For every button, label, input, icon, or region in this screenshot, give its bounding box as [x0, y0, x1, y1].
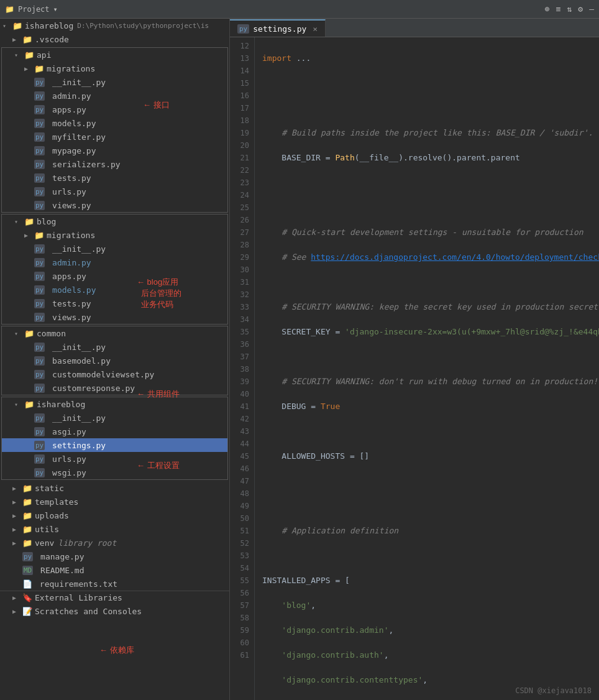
- requirements-label: requirements.txt: [40, 579, 117, 589]
- sidebar-item-utils[interactable]: ▶ 📁 utils: [0, 522, 229, 536]
- code-line-24: [262, 351, 592, 363]
- blog-views-icon: py: [34, 313, 45, 322]
- settings-icon[interactable]: ⚙: [578, 4, 583, 14]
- sidebar-item-api-models[interactable]: py models.py: [2, 116, 227, 130]
- tab-settings-py[interactable]: py settings.py ×: [230, 19, 326, 37]
- sidebar-item-api[interactable]: ▾ 📁 api: [2, 48, 227, 62]
- sort-icon[interactable]: ⇅: [567, 4, 572, 14]
- blog-admin-label: admin.py: [52, 258, 91, 267]
- sidebar-item-api-tests[interactable]: py tests.py: [2, 171, 227, 185]
- sidebar-item-scratches[interactable]: ▶ 📝 Scratches and Consoles: [0, 604, 229, 618]
- code-line-18: [262, 201, 592, 214]
- sidebar-item-readme[interactable]: MD README.md: [0, 563, 229, 577]
- tab-close-icon[interactable]: ×: [313, 24, 318, 34]
- sidebar-item-ishareblog-init[interactable]: py __init__.py: [2, 411, 227, 425]
- collapse-icon[interactable]: —: [589, 4, 594, 14]
- sidebar-item-ishareblog-urls[interactable]: py urls.py: [2, 452, 227, 466]
- sidebar-item-api-views[interactable]: py views.py: [2, 198, 227, 212]
- code-line-33: INSTALLED_APPS = [: [262, 574, 592, 587]
- project-root-item[interactable]: ▾ 📁 ishareblog D:\Python\study\pythonpro…: [0, 19, 229, 32]
- sidebar-item-uploads[interactable]: ▶ 📁 uploads: [0, 509, 229, 522]
- sidebar-item-api-serializers[interactable]: py serializers.py: [2, 157, 227, 171]
- api-apps-label: apps.py: [52, 105, 86, 114]
- sidebar-item-common-init[interactable]: py __init__.py: [2, 340, 227, 354]
- api-serializers-icon: py: [34, 160, 45, 169]
- static-folder-icon: 📁: [22, 484, 32, 493]
- code-line-31: # Application definition: [262, 525, 592, 537]
- sidebar-item-api-admin[interactable]: py admin.py: [2, 89, 227, 103]
- sidebar-item-api-myfilter[interactable]: py myfilter.py: [2, 130, 227, 144]
- main-area: ▾ 📁 ishareblog D:\Python\study\pythonpro…: [0, 19, 599, 700]
- api-arrow: ▾: [14, 52, 24, 58]
- external-label: External Libraries: [35, 593, 122, 602]
- venv-arrow: ▶: [12, 540, 22, 546]
- sidebar-item-blog-views[interactable]: py views.py: [2, 310, 227, 324]
- sidebar-item-external-libraries[interactable]: ▶ 🔖 External Libraries: [0, 591, 229, 604]
- sidebar-item-ishareblog[interactable]: ▾ 📁 ishareblog: [2, 397, 227, 411]
- api-myfilter-icon: py: [34, 132, 45, 142]
- templates-folder-icon: 📁: [22, 497, 32, 507]
- sidebar-item-vscode[interactable]: ▶ 📁 .vscode: [0, 32, 229, 46]
- external-icon: 🔖: [22, 593, 32, 602]
- sidebar-item-ishareblog-settings[interactable]: py settings.py: [2, 438, 227, 452]
- sidebar-item-blog-models[interactable]: py models.py: [2, 283, 227, 297]
- sidebar-item-requirements[interactable]: 📄 requirements.txt: [0, 577, 229, 591]
- sidebar-item-blog-init[interactable]: py __init__.py: [2, 242, 227, 256]
- api-tests-icon: py: [34, 173, 45, 183]
- sidebar-item-blog[interactable]: ▾ 📁 blog: [2, 214, 227, 228]
- sidebar-item-api-init[interactable]: py __init__.py: [2, 75, 227, 89]
- ishareblog-settings-label: settings.py: [52, 441, 106, 450]
- sidebar-item-api-migrations[interactable]: ▶ 📁 migrations: [2, 62, 227, 75]
- root-path: D:\Python\study\pythonproject\is: [77, 22, 209, 30]
- sidebar-item-common-basemodel[interactable]: py basemodel.py: [2, 354, 227, 367]
- api-models-label: models.py: [52, 119, 96, 128]
- blog-arrow: ▾: [14, 218, 24, 225]
- code-line-28: ALLOWED_HOSTS = []: [262, 450, 592, 463]
- ishareblog-asgi-icon: py: [34, 427, 45, 436]
- sidebar-item-blog-apps[interactable]: py apps.py: [2, 269, 227, 283]
- sidebar-item-venv[interactable]: ▶ 📁 venv library root: [0, 536, 229, 550]
- requirements-icon: 📄: [22, 579, 32, 589]
- sidebar-item-blog-migrations[interactable]: ▶ 📁 migrations: [2, 228, 227, 242]
- venv-sublabel: library root: [58, 538, 116, 548]
- tab-settings-py-label: settings.py: [253, 24, 306, 34]
- code-lines: import ... # Build paths inside the proj…: [255, 37, 599, 700]
- sidebar: ▾ 📁 ishareblog D:\Python\study\pythonpro…: [0, 19, 230, 700]
- scratches-icon: 📝: [22, 607, 32, 616]
- sidebar-item-common[interactable]: ▾ 📁 common: [2, 326, 227, 340]
- templates-arrow: ▶: [12, 499, 22, 505]
- blog-group-box: ▾ 📁 blog ▶ 📁 migrations py __init__.py: [1, 214, 228, 325]
- sidebar-item-blog-tests[interactable]: py tests.py: [2, 297, 227, 310]
- tab-settings-py-icon: py: [237, 24, 249, 34]
- code-line-13: [262, 77, 592, 90]
- static-arrow: ▶: [12, 485, 22, 492]
- code-line-23: SECRET_KEY = 'django-insecure-2xx=w3(u(+…: [262, 326, 592, 338]
- api-admin-icon: py: [34, 91, 45, 101]
- sidebar-item-templates[interactable]: ▶ 📁 templates: [0, 495, 229, 509]
- code-line-37: 'django.contrib.contenttypes',: [262, 674, 592, 686]
- blog-admin-icon: py: [34, 258, 45, 267]
- sidebar-item-ishareblog-wsgi[interactable]: py wsgi.py: [2, 466, 227, 479]
- sidebar-item-manage[interactable]: py manage.py: [0, 550, 229, 563]
- sidebar-item-ishareblog-asgi[interactable]: py asgi.py: [2, 425, 227, 438]
- sidebar-item-static[interactable]: ▶ 📁 static: [0, 481, 229, 495]
- add-icon[interactable]: ⊕: [545, 4, 550, 14]
- sidebar-item-api-mypage[interactable]: py mypage.py: [2, 144, 227, 157]
- code-line-30: [262, 500, 592, 512]
- sidebar-item-blog-admin[interactable]: py admin.py: [2, 256, 227, 269]
- blog-views-label: views.py: [52, 313, 91, 322]
- root-expand-arrow: ▾: [2, 22, 12, 29]
- blog-apps-icon: py: [34, 272, 45, 281]
- sidebar-item-api-apps[interactable]: py apps.py: [2, 103, 227, 116]
- dropdown-icon[interactable]: ▾: [53, 5, 58, 14]
- list-icon[interactable]: ≡: [556, 4, 561, 14]
- sidebar-item-api-urls[interactable]: py urls.py: [2, 185, 227, 198]
- sidebar-item-common-custommodelviewset[interactable]: py custommodelviewset.py: [2, 367, 227, 381]
- venv-folder-icon: 📁: [22, 538, 32, 548]
- code-line-25: # SECURITY WARNING: don't run with debug…: [262, 375, 592, 388]
- api-urls-icon: py: [34, 187, 45, 196]
- external-arrow: ▶: [12, 594, 22, 601]
- blog-tests-label: tests.py: [52, 299, 91, 308]
- sidebar-item-common-customresponse[interactable]: py customresponse.py: [2, 381, 227, 395]
- code-line-29: [262, 475, 592, 487]
